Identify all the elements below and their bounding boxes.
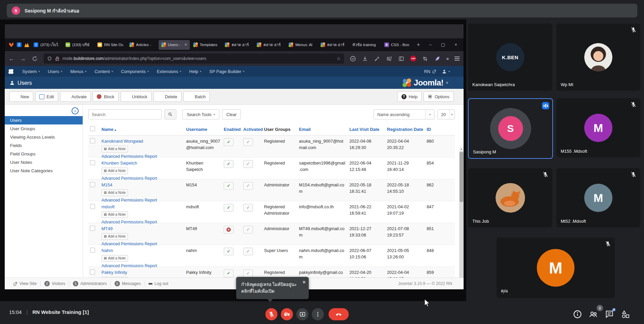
row-checkbox[interactable] [90, 138, 95, 143]
column-header-email[interactable]: Email [297, 127, 348, 132]
overflow-chevron-icon[interactable]: » [446, 56, 449, 61]
wrench-icon[interactable] [374, 56, 380, 62]
enabled-blocked-toggle[interactable]: × [224, 226, 233, 233]
user-name-link[interactable]: mdsoft [101, 204, 183, 210]
adblock-icon[interactable]: ABP [410, 56, 416, 62]
screenshot-icon[interactable] [422, 56, 428, 62]
browser-tab[interactable]: (373) เว็บไ [31, 40, 62, 50]
participant-tile-you[interactable]: M คุณ [497, 238, 615, 298]
admin-menu-item[interactable]: Users▾ [44, 66, 66, 77]
pinned-tab[interactable] [23, 40, 30, 49]
browser-tab[interactable]: RN Site Ou [95, 40, 126, 50]
sidebar-item[interactable]: User Groups [5, 124, 83, 133]
activated-toggle[interactable]: ✓ [243, 226, 253, 233]
browser-tab[interactable]: ตลาด อาร์ [318, 40, 349, 50]
menu-icon[interactable] [455, 57, 460, 61]
scroll-up-icon[interactable]: ▴ [459, 146, 464, 151]
toolbar-button[interactable]: Activate [60, 92, 91, 102]
new-tab-button[interactable]: + [414, 42, 423, 48]
activated-toggle[interactable]: ✓ [243, 204, 253, 212]
people-button[interactable] [589, 310, 598, 319]
sidebar-item[interactable]: Field Groups [5, 150, 83, 158]
participant-tile-mt52[interactable]: M Mt52 .Mdsoft [556, 168, 640, 227]
column-header-id[interactable]: ID [425, 127, 436, 132]
sort-select[interactable]: Name ascending ▾ [374, 109, 435, 119]
browser-tab[interactable]: ตลาด อาร์ [222, 40, 253, 50]
sidebar-collapse-icon[interactable]: ‹ [72, 107, 79, 114]
enabled-toggle[interactable]: ✓ [224, 160, 233, 168]
sidebar-item[interactable]: User Notes [5, 158, 83, 167]
search-button[interactable] [164, 109, 176, 119]
browser-tab[interactable]: Menus: Al [286, 40, 317, 50]
pinned-tab[interactable] [8, 40, 15, 49]
user-name-link[interactable]: Nahm [101, 248, 183, 254]
add-note-button[interactable]: ▤ Add a Note [101, 189, 128, 196]
user-name-link[interactable]: Khunben Saipetch [101, 160, 183, 167]
row-checkbox[interactable] [90, 204, 95, 209]
scrollbar-thumb[interactable] [460, 152, 463, 202]
participant-tile-wpmi[interactable]: Wp MI [556, 24, 640, 91]
pinned-tab[interactable] [15, 40, 23, 49]
status-bar-item[interactable]: 5 Administrators [69, 281, 111, 286]
add-note-button[interactable]: ▤ Add a Note [101, 211, 128, 218]
back-button[interactable]: ← [9, 56, 14, 62]
info-button[interactable] [573, 310, 582, 319]
toolbar-button[interactable]: Batch [183, 92, 210, 102]
column-header-last-visit[interactable]: Last Visit Date [348, 127, 385, 132]
user-name-link[interactable]: Pakky Infinity [101, 269, 183, 276]
sidebar-item[interactable]: Fields [5, 141, 83, 150]
search-input[interactable] [88, 109, 162, 119]
select-all-checkbox[interactable] [90, 126, 95, 131]
admin-menu-item[interactable]: Components▾ [117, 66, 153, 77]
more-options-button[interactable] [312, 308, 324, 320]
limit-select[interactable]: 20 ▾ [437, 109, 455, 119]
activated-toggle[interactable]: ✓ [243, 160, 253, 168]
row-checkbox[interactable] [90, 160, 95, 165]
browser-tab[interactable]: Articles - [127, 40, 158, 50]
enabled-toggle[interactable]: ✓ [224, 182, 233, 190]
bookmark-star-icon[interactable]: ☆ [337, 56, 341, 61]
shield-icon[interactable] [47, 56, 52, 61]
activities-button[interactable] [621, 310, 630, 319]
row-checkbox[interactable] [90, 248, 95, 253]
permissions-report-link[interactable]: Advanced Permissions Report [101, 176, 183, 182]
add-note-button[interactable]: ▤ Add a Note [101, 168, 128, 174]
mic-button[interactable] [265, 308, 277, 320]
browser-tab[interactable]: CSS - Boo [382, 40, 413, 50]
status-bar-item[interactable]: View Site [9, 281, 40, 286]
status-bar-item[interactable]: 0 Messages [111, 281, 144, 286]
toolbar-button[interactable]: Edit [35, 92, 58, 102]
view-site-link[interactable]: RN [424, 69, 436, 74]
permissions-report-link[interactable]: Advanced Permissions Report [101, 263, 183, 269]
feather-icon[interactable] [434, 56, 440, 62]
download-icon[interactable] [362, 56, 368, 62]
sidebar-icon[interactable] [398, 56, 404, 62]
activated-toggle[interactable]: ✓ [243, 269, 253, 277]
sidebar-item[interactable]: Viewing Access Levels [5, 133, 83, 141]
admin-menu-item[interactable]: Content▾ [90, 66, 117, 77]
admin-menu-item[interactable]: System▾ [18, 66, 44, 77]
participant-tile-thisjob[interactable]: This Job [468, 168, 552, 227]
close-icon[interactable]: × [302, 279, 306, 285]
browser-tab[interactable]: Users - × [159, 40, 190, 50]
tab-close-icon[interactable]: × [185, 42, 187, 47]
sidebar-item[interactable]: User Note Categories [5, 167, 83, 175]
row-checkbox[interactable] [90, 226, 95, 231]
user-name-link[interactable]: M154 [101, 182, 183, 188]
status-bar-item[interactable]: Log out [144, 281, 172, 286]
restore-button[interactable]: ▢ [437, 40, 449, 50]
library-icon[interactable] [386, 56, 392, 62]
status-bar-item[interactable]: 0 Visitors [40, 281, 69, 286]
camera-button[interactable] [281, 308, 293, 320]
pocket-icon[interactable] [350, 56, 356, 62]
permissions-report-link[interactable]: Advanced Permissions Report [101, 241, 183, 247]
chat-button[interactable] [605, 310, 614, 319]
present-button[interactable] [296, 308, 308, 320]
browser-tab[interactable]: หัวข้อ training [350, 40, 381, 50]
user-menu[interactable]: ▾ [442, 69, 450, 74]
enabled-toggle[interactable]: ✓ [224, 269, 233, 277]
permissions-report-link[interactable]: Advanced Permissions Report [101, 219, 183, 225]
add-note-button[interactable]: ▤ Add a Note [101, 146, 128, 152]
toolbar-button[interactable]: Block [93, 92, 118, 102]
column-header-name[interactable]: Name ▴ [100, 127, 184, 132]
